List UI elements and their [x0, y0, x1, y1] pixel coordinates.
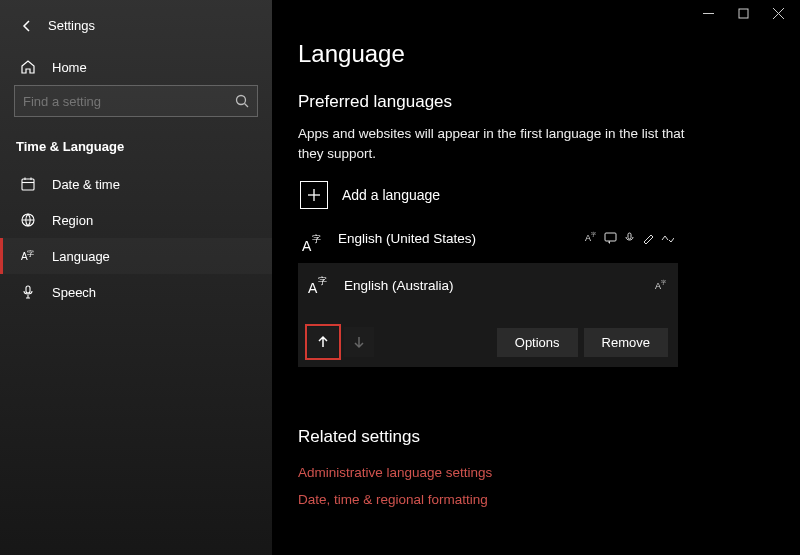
language-icon: A字: [20, 248, 36, 264]
svg-text:字: 字: [591, 231, 596, 237]
search-input[interactable]: [23, 94, 235, 109]
sidebar-item-language[interactable]: A字 Language: [0, 238, 272, 274]
language-item-header: A字 English (Australia) A字: [308, 273, 668, 297]
svg-text:字: 字: [312, 234, 321, 244]
sidebar: Settings Home Time & Language Date & tim…: [0, 0, 272, 555]
language-features: A字: [585, 231, 674, 244]
options-button[interactable]: Options: [497, 328, 578, 357]
home-label: Home: [52, 60, 87, 75]
add-language-button[interactable]: Add a language: [298, 177, 774, 213]
arrow-up-icon: [316, 335, 330, 349]
add-language-label: Add a language: [342, 187, 440, 203]
related-link-datetime[interactable]: Date, time & regional formatting: [298, 486, 774, 513]
clock-icon: [20, 176, 36, 192]
page-title: Language: [298, 40, 774, 68]
language-glyph-icon: A字: [308, 275, 330, 297]
preferred-languages-desc: Apps and websites will appear in the fir…: [298, 124, 688, 163]
svg-rect-11: [739, 9, 748, 18]
language-item[interactable]: A字 English (United States) A字: [298, 223, 678, 263]
globe-icon: [20, 212, 36, 228]
sidebar-header: Settings: [0, 10, 272, 49]
content: Language Preferred languages Apps and we…: [272, 0, 800, 513]
svg-line-1: [245, 104, 249, 108]
preferred-languages-title: Preferred languages: [298, 92, 774, 112]
window-title: Settings: [48, 18, 95, 33]
language-item-selected[interactable]: A字 English (Australia) A字 Options Remove: [298, 263, 678, 367]
sidebar-item-home[interactable]: Home: [0, 49, 272, 85]
window-controls: [687, 0, 800, 27]
feature-handwriting-icon: [642, 231, 655, 244]
maximize-icon[interactable]: [738, 8, 749, 19]
language-label: English (United States): [338, 231, 476, 246]
feature-display-icon: A字: [585, 231, 598, 244]
search-icon: [235, 94, 249, 108]
language-actions: Options Remove: [308, 327, 668, 357]
svg-rect-21: [628, 233, 631, 239]
move-up-button[interactable]: [308, 327, 338, 357]
close-icon[interactable]: [773, 8, 784, 19]
feature-speech-icon: [623, 231, 636, 244]
language-features: A字: [655, 279, 668, 292]
sidebar-item-label: Date & time: [52, 177, 120, 192]
sidebar-item-label: Language: [52, 249, 110, 264]
microphone-icon: [20, 284, 36, 300]
related-settings-title: Related settings: [298, 427, 774, 447]
svg-point-0: [237, 96, 246, 105]
arrow-down-icon: [352, 335, 366, 349]
move-down-button[interactable]: [344, 327, 374, 357]
svg-text:A: A: [308, 280, 318, 296]
minimize-icon[interactable]: [703, 8, 714, 19]
svg-text:字: 字: [661, 279, 666, 285]
home-icon: [20, 59, 36, 75]
feature-spellcheck-icon: [661, 231, 674, 244]
feature-tts-icon: [604, 231, 617, 244]
search-container: [0, 85, 272, 125]
language-label: English (Australia): [344, 278, 454, 293]
feature-display-icon: A字: [655, 279, 668, 292]
svg-text:字: 字: [318, 276, 327, 286]
back-icon[interactable]: [20, 19, 34, 33]
sidebar-section-title: Time & Language: [0, 125, 272, 166]
remove-button[interactable]: Remove: [584, 328, 668, 357]
main-area: Language Preferred languages Apps and we…: [272, 0, 800, 555]
language-glyph-icon: A字: [302, 233, 324, 255]
search-box[interactable]: [14, 85, 258, 117]
svg-text:字: 字: [27, 250, 34, 257]
sidebar-item-label: Region: [52, 213, 93, 228]
plus-icon: [300, 181, 328, 209]
svg-text:A: A: [302, 238, 312, 254]
svg-rect-9: [26, 286, 30, 293]
sidebar-item-label: Speech: [52, 285, 96, 300]
svg-rect-20: [605, 233, 616, 241]
sidebar-item-speech[interactable]: Speech: [0, 274, 272, 310]
sidebar-item-region[interactable]: Region: [0, 202, 272, 238]
svg-rect-2: [22, 179, 34, 190]
related-link-admin[interactable]: Administrative language settings: [298, 459, 774, 486]
sidebar-item-date-time[interactable]: Date & time: [0, 166, 272, 202]
